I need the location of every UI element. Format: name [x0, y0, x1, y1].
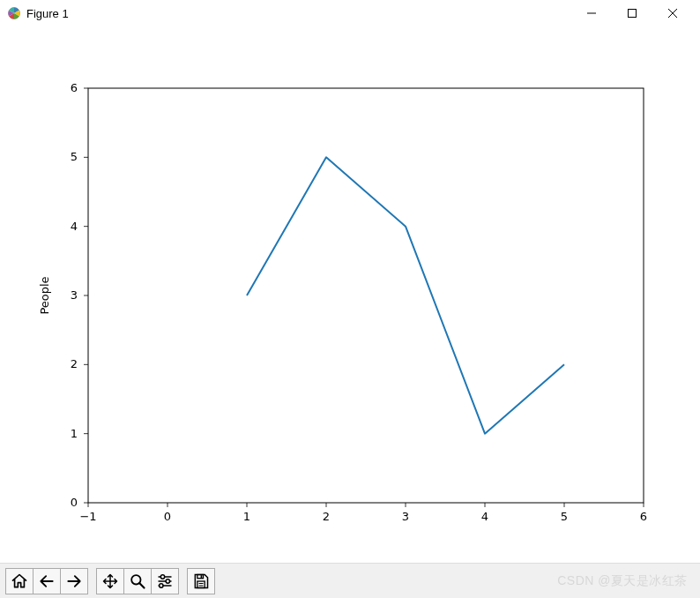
svg-text:4: 4	[481, 510, 488, 523]
svg-rect-46	[197, 581, 205, 588]
svg-line-37	[139, 583, 144, 587]
svg-point-41	[166, 579, 169, 582]
minimize-button[interactable]	[571, 0, 612, 26]
configure-subplots-button[interactable]	[151, 568, 179, 594]
svg-rect-44	[197, 574, 204, 578]
home-button[interactable]	[5, 568, 34, 594]
back-button[interactable]	[33, 568, 61, 594]
svg-rect-45	[201, 575, 203, 578]
svg-text:2: 2	[71, 357, 78, 370]
close-button[interactable]	[652, 0, 693, 26]
watermark: CSDN @夏天是冰红茶	[557, 573, 688, 589]
svg-text:−1: −1	[79, 510, 96, 523]
window-title: Figure 1	[26, 7, 69, 20]
svg-point-39	[160, 574, 164, 578]
svg-text:3: 3	[71, 288, 78, 302]
svg-text:5: 5	[561, 510, 568, 523]
save-button[interactable]	[187, 568, 215, 594]
svg-rect-2	[629, 10, 637, 18]
window-titlebar: Figure 1	[0, 0, 700, 26]
svg-text:2: 2	[323, 510, 330, 523]
svg-text:6: 6	[71, 81, 78, 94]
svg-text:3: 3	[402, 510, 409, 523]
svg-point-43	[160, 583, 163, 587]
maximize-button[interactable]	[612, 0, 652, 26]
svg-rect-5	[88, 88, 644, 503]
y-axis-label: People	[38, 276, 51, 314]
svg-text:0: 0	[164, 510, 171, 523]
matplotlib-toolbar: CSDN @夏天是冰红茶	[0, 563, 700, 598]
forward-button[interactable]	[60, 568, 88, 594]
svg-text:0: 0	[71, 496, 78, 509]
plot-area: −101234560123456People	[0, 26, 700, 563]
svg-text:6: 6	[640, 510, 647, 523]
line-series	[247, 157, 564, 433]
chart: −101234560123456People	[0, 26, 700, 563]
svg-text:4: 4	[71, 220, 78, 233]
svg-text:1: 1	[71, 427, 78, 440]
pan-button[interactable]	[96, 568, 124, 594]
app-icon	[7, 6, 21, 20]
zoom-button[interactable]	[123, 568, 152, 594]
svg-text:5: 5	[71, 150, 78, 163]
svg-text:1: 1	[243, 510, 250, 523]
window-controls	[571, 0, 693, 26]
